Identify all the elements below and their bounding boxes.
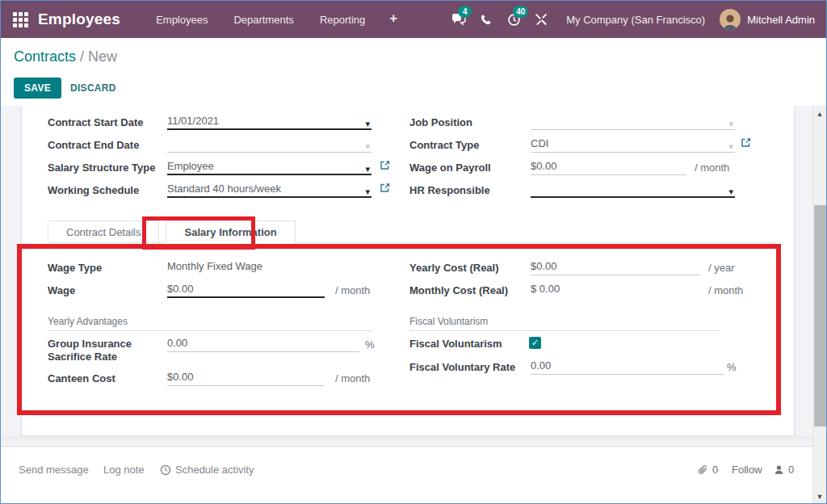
save-button[interactable]: SAVE xyxy=(14,78,61,99)
field-wage-on-payroll[interactable]: $0.00 xyxy=(531,159,686,175)
suffix-per-month: / month xyxy=(335,284,370,298)
breadcrumb-current: New xyxy=(88,48,117,65)
discard-button[interactable]: DISCARD xyxy=(65,78,121,99)
caret-down-icon[interactable]: ▾ xyxy=(365,162,370,176)
attachments-count: 0 xyxy=(712,464,718,476)
field-fiscal-voluntary-rate[interactable]: 0.00 xyxy=(531,359,724,375)
top-navbar: Employees Employees Departments Reportin… xyxy=(1,1,826,38)
user-menu[interactable]: Mitchell Admin xyxy=(720,9,826,30)
tab-salary-information[interactable]: Salary Information xyxy=(166,220,295,243)
app-title: Employees xyxy=(38,10,120,28)
phone-icon[interactable] xyxy=(472,1,500,38)
label-group-insurance-sacrifice-rate: Group Insurance Sacrifice Rate xyxy=(48,338,154,363)
follower-person-icon xyxy=(774,464,784,475)
check-icon: ✓ xyxy=(531,338,539,347)
suffix-per-month: / month xyxy=(695,161,729,175)
fiscal-voluntarism-checkbox[interactable]: ✓ xyxy=(529,337,541,349)
field-canteen-cost[interactable]: $0.00 xyxy=(167,370,325,386)
section-divider xyxy=(409,330,720,331)
messages-count-badge: 4 xyxy=(458,6,472,18)
label-fiscal-voluntarism: Fiscal Voluntarism xyxy=(409,338,529,351)
caret-down-icon[interactable]: ▾ xyxy=(365,184,370,199)
send-message-button[interactable]: Send message xyxy=(19,464,89,476)
user-avatar xyxy=(720,9,741,30)
label-monthly-cost: Monthly Cost (Real) xyxy=(409,284,529,297)
log-note-button[interactable]: Log note xyxy=(103,464,145,476)
field-working-schedule[interactable]: Standard 40 hours/week ▾ xyxy=(167,182,372,198)
scroll-down-icon[interactable]: ▼ xyxy=(813,493,826,501)
suffix-percent: % xyxy=(727,360,737,375)
label-fiscal-voluntary-rate: Fiscal Voluntary Rate xyxy=(409,361,529,374)
user-name: Mitchell Admin xyxy=(747,14,815,26)
field-contract-start-date[interactable]: 11/01/2021 ▾ xyxy=(167,114,372,130)
caret-down-icon[interactable]: ▾ xyxy=(728,184,733,199)
form-view-area: Contract Start Date 11/01/2021 ▾ Contrac… xyxy=(1,106,814,504)
label-contract-end-date: Contract End Date xyxy=(48,139,167,152)
sheet-shadow xyxy=(1,436,814,446)
breadcrumb-contracts-link[interactable]: Contracts xyxy=(14,48,76,65)
apps-grid-icon[interactable] xyxy=(13,12,28,27)
label-working-schedule: Working Schedule xyxy=(48,184,167,197)
suffix-per-month: / month xyxy=(335,372,370,386)
followers-count: 0 xyxy=(788,464,794,476)
label-salary-structure-type: Salary Structure Type xyxy=(48,162,167,174)
activities-icon[interactable]: 40 xyxy=(500,1,527,38)
chatter-panel: Send message Log note Schedule activity … xyxy=(1,446,814,504)
scrollbar-thumb[interactable] xyxy=(814,205,826,426)
app-window: Employees Employees Departments Reportin… xyxy=(0,0,827,504)
section-divider xyxy=(48,330,373,331)
schedule-activity-button[interactable]: Schedule activity xyxy=(160,464,254,476)
breadcrumb-separator: / xyxy=(76,48,88,65)
label-wage: Wage xyxy=(48,284,167,297)
scroll-up-icon[interactable]: ▲ xyxy=(813,110,826,118)
field-hr-responsible[interactable]: ▾ xyxy=(531,182,735,198)
messages-icon[interactable]: 4 xyxy=(445,1,472,38)
field-job-position[interactable]: ▾ xyxy=(531,114,735,130)
label-contract-type: Contract Type xyxy=(409,139,529,152)
activities-count-badge: 40 xyxy=(513,6,528,18)
tab-contract-details[interactable]: Contract Details xyxy=(48,220,159,243)
vertical-scrollbar[interactable]: ▲ ▼ xyxy=(812,106,826,504)
suffix-per-year: / year xyxy=(708,261,735,275)
tools-wrench-icon[interactable] xyxy=(527,1,555,38)
caret-down-icon[interactable]: ▾ xyxy=(365,139,370,153)
label-canteen-cost: Canteen Cost xyxy=(48,372,167,385)
label-wage-type: Wage Type xyxy=(48,262,167,275)
attachments-button[interactable]: 0 xyxy=(697,464,718,476)
label-hr-responsible: HR Responsible xyxy=(409,184,529,197)
suffix-per-month: / month xyxy=(708,284,743,298)
followers-button[interactable]: 0 xyxy=(774,464,794,476)
external-link-icon[interactable] xyxy=(380,160,390,173)
notebook-tabs: Contract Details Salary Information xyxy=(48,220,775,243)
menu-employees[interactable]: Employees xyxy=(146,9,217,31)
clock-icon xyxy=(160,464,171,476)
external-link-icon[interactable] xyxy=(380,183,390,195)
field-contract-type[interactable]: CDI ▾ xyxy=(531,136,735,153)
caret-down-icon[interactable]: ▾ xyxy=(728,139,733,153)
plus-menu-icon[interactable]: + xyxy=(381,9,405,31)
navbar-right: 4 40 My Company ( xyxy=(445,1,826,38)
label-wage-on-payroll: Wage on Payroll xyxy=(409,162,529,174)
section-yearly-advantages: Yearly Advantages xyxy=(48,316,128,327)
field-salary-structure-type[interactable]: Employee ▾ xyxy=(167,159,372,175)
suffix-percent: % xyxy=(365,338,375,352)
follow-button[interactable]: Follow xyxy=(732,464,762,476)
external-link-icon[interactable] xyxy=(741,137,751,150)
label-contract-start-date: Contract Start Date xyxy=(48,116,167,129)
main-menu: Employees Departments Reporting + xyxy=(146,9,405,31)
field-wage[interactable]: $0.00 xyxy=(167,282,325,298)
menu-reporting[interactable]: Reporting xyxy=(310,9,375,31)
company-switcher[interactable]: My Company (San Francisco) xyxy=(555,14,720,26)
label-yearly-cost: Yearly Cost (Real) xyxy=(409,262,529,275)
caret-down-icon[interactable]: ▾ xyxy=(365,116,370,131)
menu-departments[interactable]: Departments xyxy=(224,9,303,31)
form-sheet: Contract Start Date 11/01/2021 ▾ Contrac… xyxy=(21,106,795,436)
field-group-insurance-sacrifice-rate[interactable]: 0.00 xyxy=(167,336,359,352)
breadcrumb: Contracts / New xyxy=(14,48,117,65)
section-fiscal-voluntarism: Fiscal Voluntarism xyxy=(409,316,488,327)
label-job-position: Job Position xyxy=(409,116,529,129)
field-contract-end-date[interactable]: ▾ xyxy=(167,136,372,153)
control-panel: Contracts / New SAVE DISCARD xyxy=(1,38,814,106)
caret-down-icon[interactable]: ▾ xyxy=(728,116,733,131)
field-yearly-cost[interactable]: $0.00 xyxy=(531,259,700,275)
